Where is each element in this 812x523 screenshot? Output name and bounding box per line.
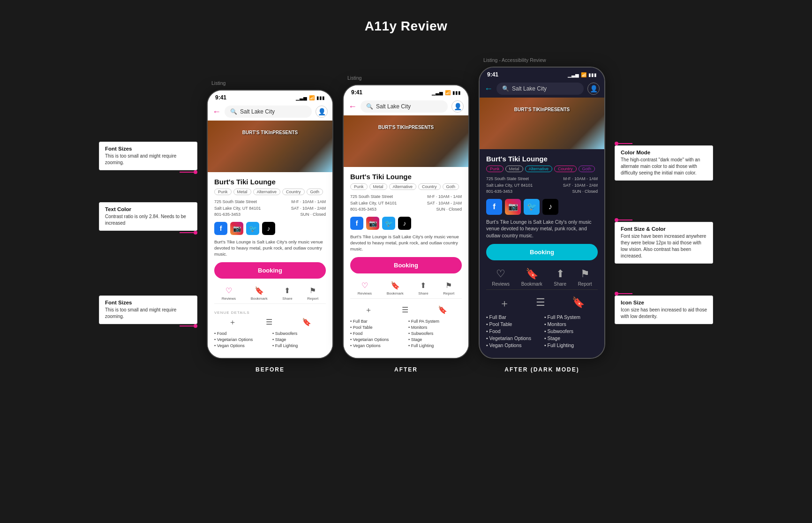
tags-after: Punk Metal Alternative Country Goth: [350, 183, 462, 190]
tiktok-icon-before[interactable]: ♪: [262, 222, 275, 235]
amenity-food: Food: [350, 331, 404, 336]
amenity-food-dark: Food: [486, 328, 540, 334]
save-icon-dark[interactable]: 🔖: [572, 296, 585, 311]
wifi-icon: 📶: [445, 90, 451, 95]
tag-goth-dark: Goth: [579, 166, 595, 172]
back-arrow-after[interactable]: ←: [348, 102, 357, 112]
annotation-title: Font Size & Color: [621, 226, 707, 232]
venue-hours-before: M-F · 10AM - 1AMSAT · 10AM - 2AMSUN · Cl…: [291, 199, 326, 218]
share-label-before: Share: [282, 296, 292, 301]
amenity-pa: Full PA System: [408, 319, 462, 324]
search-text-after: Salt Lake City: [376, 103, 411, 110]
annotation-box: Font Sizes This is too small and might r…: [99, 296, 197, 324]
report-action-before[interactable]: ⚑ Report: [307, 286, 318, 301]
wifi-icon: 📶: [309, 95, 315, 100]
instagram-icon-after[interactable]: 📷: [366, 217, 379, 230]
search-bar-before: ← 🔍 Salt Lake City 👤: [208, 103, 332, 121]
battery-icon: ▮▮▮: [316, 95, 325, 100]
twitter-icon-after[interactable]: 🐦: [382, 217, 395, 230]
amenity-lights: Full Lighting: [408, 343, 462, 348]
amenity-vegan-dark: Vegan Options: [486, 342, 540, 348]
connector-dot: [615, 142, 618, 145]
tag-punk-dark: Punk: [486, 166, 504, 172]
status-bar-dark: 9:41 ▁▃▅ 📶 ▮▮▮: [480, 68, 604, 80]
profile-icon-before[interactable]: 👤: [316, 106, 328, 118]
add-icon-after[interactable]: ＋: [365, 305, 372, 315]
booking-btn-after[interactable]: Booking: [350, 257, 462, 273]
amenity-food: Food: [214, 331, 268, 336]
save-icon-after[interactable]: 🔖: [438, 305, 447, 315]
venue-hours-dark: M-F · 10AM - 1AMSAT · 10AM - 2AMSUN · Cl…: [563, 176, 598, 195]
reviews-action-before[interactable]: ♡ Reviews: [222, 286, 236, 301]
amenities-row-after: Full Bar Pool Table Food Vegetarian Opti…: [350, 319, 462, 349]
action-row-before: ♡ Reviews 🔖 Bookmark ⬆ Share ⚑: [214, 283, 326, 304]
annotation-connector: [615, 142, 713, 145]
facebook-icon-dark[interactable]: f: [486, 199, 502, 215]
battery-icon: ▮▮▮: [588, 72, 597, 77]
phone-dark: 9:41 ▁▃▅ 📶 ▮▮▮ ← 🔍 Salt Lake City 👤: [479, 67, 605, 359]
instagram-icon-before[interactable]: 📷: [230, 222, 243, 235]
phones-row: Listing 9:41 ▁▃▅ 📶 ▮▮▮ ← 🔍 Salt Lake Cit…: [207, 57, 605, 373]
save-icon-before[interactable]: 🔖: [302, 318, 311, 327]
venue-name-before: Burt's Tiki Lounge: [214, 178, 326, 186]
annotation-connector: [99, 231, 197, 235]
venue-desc-dark: Burt's Tike Lounge is Salt Lake City's o…: [486, 219, 598, 239]
bookmark-label-dark: Bookmark: [521, 281, 542, 287]
bookmark-icon-after: 🔖: [391, 281, 400, 290]
label-after: AFTER: [394, 366, 418, 373]
tiktok-icon-after[interactable]: ♪: [398, 217, 411, 230]
add-icon-before[interactable]: ＋: [229, 318, 236, 327]
profile-icon-after[interactable]: 👤: [451, 100, 464, 113]
booking-btn-before[interactable]: Booking: [214, 262, 326, 279]
booking-btn-dark[interactable]: Booking: [486, 244, 598, 260]
search-input-before[interactable]: 🔍 Salt Lake City: [225, 106, 312, 118]
connector-dot: [194, 324, 197, 328]
instagram-icon-dark[interactable]: 📷: [505, 199, 521, 215]
venue-name-dark: Burt's Tiki Lounge: [486, 155, 598, 163]
amenities-left-dark: Full Bar Pool Table Food Vegetarian Opti…: [486, 314, 540, 349]
tag-country: Country: [282, 189, 305, 195]
back-arrow-dark[interactable]: ←: [484, 84, 493, 94]
reviews-action-dark[interactable]: ♡ Reviews: [492, 268, 510, 287]
twitter-icon-before[interactable]: 🐦: [246, 222, 259, 235]
left-annotations: Font Sizes This is too small and might r…: [99, 142, 197, 342]
report-action-after[interactable]: ⚑ Report: [443, 281, 454, 296]
menu-icon-dark[interactable]: ☰: [536, 296, 545, 311]
search-input-after[interactable]: 🔍 Salt Lake City: [361, 100, 448, 113]
annotation-color-mode: Color Mode The high-contrast "dark mode"…: [615, 142, 713, 181]
right-annotations: Color Mode The high-contrast "dark mode"…: [615, 142, 713, 338]
share-action-before[interactable]: ⬆ Share: [282, 286, 292, 301]
share-action-after[interactable]: ⬆ Share: [418, 281, 428, 296]
venue-desc-after: Burt's Tike Lounge is Salt Lake City's o…: [350, 234, 462, 252]
bookmark-action-dark[interactable]: 🔖 Bookmark: [521, 268, 542, 287]
battery-icon: ▮▮▮: [452, 90, 461, 95]
connector-line: [180, 326, 194, 326]
tag-metal: Metal: [233, 189, 251, 195]
bookmark-action-before[interactable]: 🔖 Bookmark: [251, 286, 268, 301]
reviews-action-after[interactable]: ♡ Reviews: [358, 281, 372, 296]
facebook-icon-after[interactable]: f: [350, 217, 363, 230]
back-arrow-before[interactable]: ←: [212, 107, 221, 117]
add-icon-dark[interactable]: ＋: [499, 296, 510, 311]
venue-desc-before: Burt's Tike Lounge is Salt Lake City's o…: [214, 239, 326, 258]
amenity-vegan: Vegan Options: [214, 343, 268, 348]
profile-icon-dark[interactable]: 👤: [587, 83, 600, 95]
menu-icon-before[interactable]: ☰: [266, 318, 272, 327]
signal-icon: ▁▃▅: [568, 72, 579, 77]
tiktok-icon-dark[interactable]: ♪: [542, 199, 558, 215]
menu-icon-after[interactable]: ☰: [402, 305, 408, 315]
report-action-dark[interactable]: ⚑ Report: [578, 268, 592, 287]
amenity-lights: Full Lighting: [272, 343, 326, 348]
facebook-icon-before[interactable]: f: [214, 222, 227, 235]
search-input-dark[interactable]: 🔍 Salt Lake City: [496, 83, 584, 95]
bookmark-action-after[interactable]: 🔖 Bookmark: [387, 281, 404, 296]
twitter-icon-dark[interactable]: 🐦: [524, 199, 540, 215]
annotation-box: Font Sizes This is too small and might r…: [99, 142, 197, 170]
annotation-body: This is too small and might require zoom…: [105, 307, 191, 320]
venue-content-after: Burt's Tiki Lounge Punk Metal Alternativ…: [344, 167, 468, 357]
tag-punk-after: Punk: [350, 183, 368, 190]
share-action-dark[interactable]: ⬆ Share: [554, 268, 566, 287]
annotation-connector: [615, 292, 713, 296]
screen-after: Listing 9:41 ▁▃▅ 📶 ▮▮▮ ← 🔍 Salt Lake Cit…: [343, 75, 469, 372]
amenities-right-dark: Full PA System Monitors Subwoofers Stage…: [544, 314, 598, 349]
